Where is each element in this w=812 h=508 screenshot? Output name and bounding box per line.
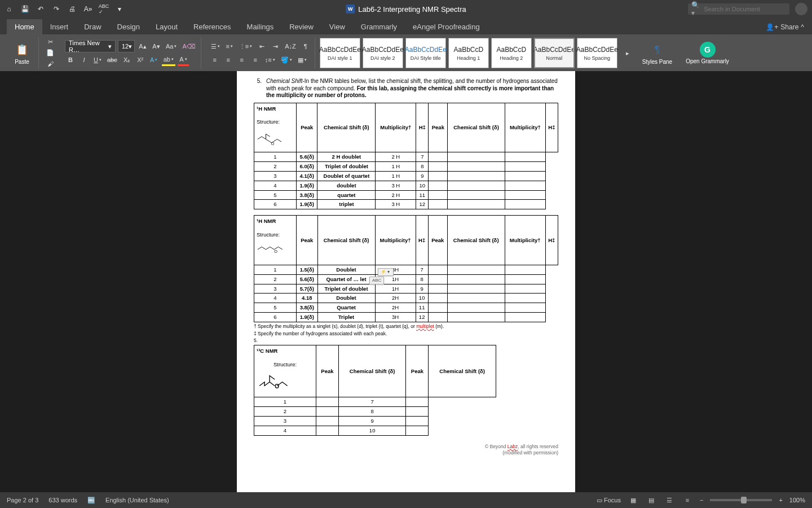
shrink-font-icon[interactable]: A▾: [151, 40, 162, 52]
home-icon[interactable]: ⌂: [5, 5, 14, 14]
tab-review[interactable]: Review: [281, 19, 321, 34]
superscript-button[interactable]: X²: [135, 54, 146, 66]
user-avatar[interactable]: [795, 3, 807, 15]
justify-icon[interactable]: ≡: [250, 54, 261, 66]
style-dai-style-2[interactable]: AaBbCcDdEeDAI style 2: [363, 38, 403, 68]
style-dai-style-title[interactable]: AaBbCcDdEeDAI Style title: [405, 38, 446, 68]
style-dai-style-1[interactable]: AaBbCcDdEeDAI style 1: [320, 38, 360, 68]
strike-button[interactable]: abc: [105, 54, 119, 66]
style-normal[interactable]: AaBbCcDdEeNormal: [534, 38, 575, 68]
tab-view[interactable]: View: [321, 19, 353, 34]
web-layout-icon[interactable]: ▤: [646, 496, 657, 505]
italic-button[interactable]: I: [78, 54, 90, 66]
clear-format-icon[interactable]: A⌫: [180, 40, 197, 52]
copy-icon[interactable]: 📄: [45, 48, 56, 58]
bullets-icon[interactable]: ☰: [209, 40, 222, 52]
tab-draw[interactable]: Draw: [76, 19, 109, 34]
svg-text:O: O: [274, 249, 277, 254]
styles-expand-icon[interactable]: ▸: [622, 47, 633, 59]
bold-button[interactable]: B: [65, 54, 76, 66]
style-heading-2[interactable]: AaBbCcDHeading 2: [491, 38, 532, 68]
table-row: 410: [254, 426, 496, 436]
read-aloud-icon[interactable]: A»: [83, 5, 92, 14]
zoom-out-button[interactable]: −: [700, 497, 703, 503]
cut-icon[interactable]: ✂: [45, 37, 56, 47]
table-row: 39: [254, 417, 496, 426]
font-color-icon[interactable]: A: [178, 54, 189, 66]
subscript-button[interactable]: X₂: [121, 54, 133, 66]
status-language[interactable]: English (United States): [105, 497, 169, 503]
style-heading-1[interactable]: AaBbCcDHeading 1: [448, 38, 489, 68]
font-family-select[interactable]: Times New R… ▾: [65, 40, 116, 52]
save-icon[interactable]: 💾: [20, 5, 29, 14]
search-input[interactable]: [704, 6, 786, 12]
multilevel-icon[interactable]: ⋮≡: [237, 40, 254, 52]
text-effects-icon[interactable]: A: [148, 54, 160, 66]
focus-mode-button[interactable]: ▭ Focus: [597, 497, 621, 504]
grammarly-icon: G: [700, 42, 716, 58]
styles-pane-button[interactable]: ¶ Styles Pane: [638, 41, 677, 65]
print-icon[interactable]: 🖨: [68, 5, 77, 14]
table-row: 25.6(δ)Quartet of … let1H8: [254, 274, 558, 284]
share-button[interactable]: 👤+ Share ^: [758, 20, 812, 34]
styles-pane-icon: ¶: [648, 41, 665, 58]
indent-left-icon[interactable]: ⇤: [256, 40, 267, 52]
tab-references[interactable]: References: [186, 19, 239, 34]
print-layout-icon[interactable]: ▦: [628, 496, 639, 505]
status-words[interactable]: 633 words: [48, 497, 77, 503]
tab-mailings[interactable]: Mailings: [239, 19, 282, 34]
undo-icon[interactable]: ↶: [36, 5, 45, 14]
paste-button[interactable]: 📋 Paste: [9, 41, 35, 65]
format-painter-icon[interactable]: 🖌: [45, 59, 56, 69]
highlight-icon[interactable]: ab: [162, 54, 175, 66]
tab-home[interactable]: Home: [7, 19, 42, 34]
tab-eangel[interactable]: eAngel Proofreading: [405, 19, 488, 34]
open-grammarly-button[interactable]: G Open Grammarly: [681, 42, 734, 64]
table1-title: ¹H NMR: [257, 106, 276, 112]
align-right-icon[interactable]: ≡: [236, 54, 248, 66]
footnote-1: † Specify the multiplicity as a singlet …: [254, 323, 558, 330]
structure-label: Structure:: [257, 119, 280, 125]
indent-right-icon[interactable]: ⇥: [270, 40, 281, 52]
outline-view-icon[interactable]: ☰: [664, 496, 675, 505]
numbering-icon[interactable]: ≡: [224, 40, 235, 52]
font-size-select[interactable]: 12 ▾: [118, 40, 135, 52]
underline-button[interactable]: U: [92, 54, 103, 66]
table-row: 11.5(δ)Doublet3H7: [254, 265, 558, 274]
spell-status-icon[interactable]: 🔤: [87, 497, 95, 504]
zoom-level[interactable]: 100%: [789, 497, 805, 503]
redo-icon[interactable]: ↷: [52, 5, 61, 14]
style-no-spacing[interactable]: AaBbCcDdEeNo Spacing: [577, 38, 617, 68]
status-page[interactable]: Page 2 of 3: [7, 497, 38, 503]
line-spacing-icon[interactable]: ↕≡: [263, 54, 277, 66]
align-left-icon[interactable]: ≡: [209, 54, 220, 66]
sort-icon[interactable]: A↓Z: [283, 40, 298, 52]
clipboard-icon: 📋: [14, 41, 30, 58]
structure-1-icon: O: [257, 125, 288, 148]
change-case-icon[interactable]: Aa: [164, 40, 178, 52]
grow-font-icon[interactable]: A▴: [137, 40, 148, 52]
footnote-2: ‡ Specify the number of hydrogens associ…: [254, 331, 558, 337]
zoom-slider[interactable]: [710, 499, 772, 501]
spell-icon[interactable]: ABC✓: [99, 5, 108, 14]
pilcrow-icon[interactable]: ¶: [300, 40, 311, 52]
tab-insert[interactable]: Insert: [42, 19, 77, 34]
zoom-in-button[interactable]: +: [779, 497, 782, 503]
tab-layout[interactable]: Layout: [148, 19, 186, 34]
table3-title: ¹³C NMR: [257, 348, 277, 354]
table-row: 41.9(δ)doublet3 H10: [254, 181, 558, 190]
draft-view-icon[interactable]: ≡: [682, 496, 693, 505]
align-center-icon[interactable]: ≡: [223, 54, 234, 66]
tab-grammarly[interactable]: Grammarly: [353, 19, 405, 34]
chevron-up-icon[interactable]: ^: [801, 23, 804, 31]
table2-title: ¹H NMR: [257, 218, 276, 224]
shading-icon[interactable]: 🪣: [279, 54, 294, 66]
search-box[interactable]: 🔍▾: [688, 3, 789, 15]
tab-design[interactable]: Design: [109, 19, 148, 34]
structure-label: Structure:: [257, 231, 280, 238]
qat-dropdown-icon[interactable]: ▾: [115, 5, 124, 14]
document-canvas[interactable]: 5. Chemical Shift-In the NMR tables belo…: [0, 71, 812, 492]
document-page[interactable]: 5. Chemical Shift-In the NMR tables belo…: [237, 71, 575, 492]
autocorrect-popup[interactable]: ⚡▾: [378, 268, 394, 276]
borders-icon[interactable]: ▦: [296, 54, 308, 66]
